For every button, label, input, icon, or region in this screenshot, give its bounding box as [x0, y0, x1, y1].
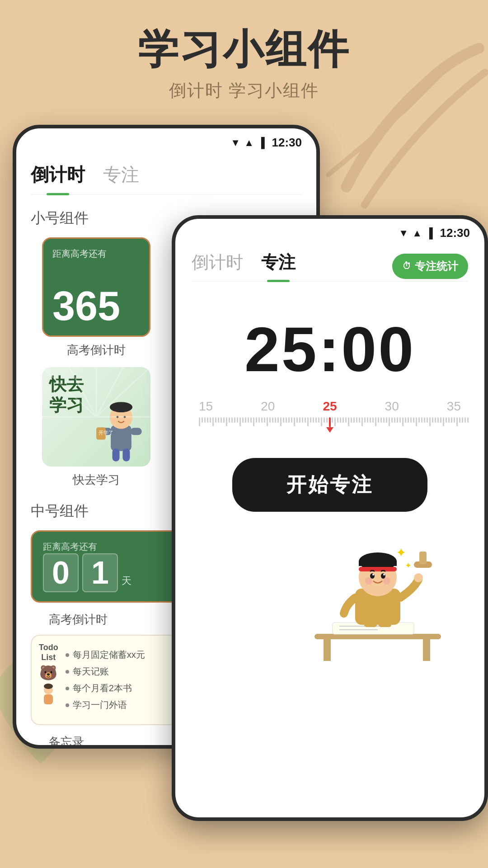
wifi-icon: ▼: [230, 137, 240, 149]
ruler-label-25: 25: [323, 399, 337, 414]
widget-item-study: 快去 学习: [31, 367, 162, 488]
ruler-label-20: 20: [261, 399, 275, 414]
focus-character-svg: ✦ ✦: [305, 534, 450, 661]
widget-green-365[interactable]: 距离高考还有 365: [42, 237, 150, 337]
svg-line-14: [96, 367, 123, 417]
svg-line-15: [96, 367, 150, 417]
todo-left: TodoList 🐻: [39, 643, 58, 717]
svg-point-32: [44, 684, 53, 689]
focus-stats-button[interactable]: ⏱ 专注统计: [392, 254, 468, 279]
app-title: 学习小组件: [0, 27, 488, 72]
ruler-label-35: 35: [447, 399, 461, 414]
widget-caption-todo: 备忘录: [31, 734, 84, 749]
svg-rect-59: [379, 623, 391, 627]
svg-rect-45: [359, 561, 397, 566]
battery-icon-front: ▐: [426, 227, 433, 239]
todo-dot-4: [66, 703, 69, 707]
status-icons-back: ▼ ▲ ▐ 12:30: [230, 136, 302, 150]
svg-line-11: [42, 367, 96, 417]
tab-countdown-front[interactable]: 倒计时: [192, 251, 243, 281]
app-header: 学习小组件 倒计时 学习小组件: [0, 0, 488, 116]
svg-point-51: [365, 577, 372, 585]
ruler-line: [329, 417, 331, 427]
widget-study-char[interactable]: 快去 学习: [42, 367, 150, 467]
digit-0: 0: [43, 553, 79, 592]
front-phone-content: 倒计时 专注 ⏱ 专注统计 25:00 15 20 25: [175, 244, 484, 661]
character-area: ✦ ✦: [192, 525, 468, 661]
digit-1: 1: [82, 553, 118, 592]
widget-green-label: 距离高考还有: [52, 248, 140, 260]
todo-girl-icon: [39, 683, 57, 706]
svg-text:✦: ✦: [396, 546, 406, 560]
svg-rect-46: [359, 567, 397, 571]
tab-countdown-back[interactable]: 倒计时: [31, 162, 85, 194]
status-time-back: 12:30: [272, 136, 302, 150]
svg-rect-36: [314, 634, 441, 639]
widget-caption-study: 快去学习: [73, 472, 120, 488]
tab-focus-back[interactable]: 专注: [103, 162, 139, 194]
tab-focus-front[interactable]: 专注: [261, 251, 296, 281]
svg-point-50: [383, 574, 385, 576]
svg-rect-38: [423, 639, 430, 661]
svg-rect-37: [324, 639, 331, 661]
start-btn-container: 开始专注: [192, 449, 468, 525]
timer-number: 25:00: [192, 318, 468, 381]
timer-display: 25:00: [192, 300, 468, 395]
ruler-track[interactable]: [199, 417, 461, 435]
widget-green-number: 365: [52, 286, 140, 326]
todo-dot-1: [66, 653, 69, 657]
start-focus-button[interactable]: 开始专注: [232, 458, 427, 512]
status-time-front: 12:30: [440, 226, 470, 240]
ruler-labels: 15 20 25 30 35: [199, 399, 461, 414]
todo-title: TodoList: [39, 643, 58, 662]
svg-line-12: [69, 367, 96, 417]
tab-bar-front: 倒计时 专注 ⏱ 专注统计: [192, 244, 468, 282]
timer-ruler[interactable]: 15 20 25 30 35: [192, 395, 468, 449]
widget-caption-med-countdown: 高考倒计时: [31, 612, 108, 627]
phones-container: ▼ ▲ ▐ 12:30 倒计时 专注 小号组件: [0, 125, 488, 794]
svg-rect-31: [44, 694, 53, 704]
signal-icon: ▲: [244, 137, 254, 149]
battery-icon: ▐: [258, 137, 265, 149]
digit-unit: 天: [122, 574, 131, 588]
ruler-indicator: [326, 417, 333, 433]
clock-icon: ⏱: [402, 261, 411, 271]
svg-point-52: [383, 577, 390, 585]
svg-point-53: [414, 573, 423, 582]
wifi-icon-front: ▼: [399, 227, 408, 239]
ruler-label-30: 30: [385, 399, 399, 414]
todo-bear-icon: 🐻: [39, 664, 57, 681]
widget-caption-gaokao1: 高考倒计时: [67, 342, 126, 358]
status-bar-back: ▼ ▲ ▐ 12:30: [16, 128, 316, 153]
todo-dot-3: [66, 687, 69, 690]
svg-text:✦: ✦: [405, 561, 412, 570]
phone-front: ▼ ▲ ▐ 12:30 倒计时 专注 ⏱ 专注统计: [172, 215, 488, 821]
ruler-arrow: [326, 427, 333, 433]
widget-item-gaokao1: 距离高考还有 365 高考倒计时: [31, 237, 162, 358]
tab-bar-back: 倒计时 专注: [31, 153, 302, 195]
signal-icon-front: ▲: [412, 227, 422, 239]
status-bar-front: ▼ ▲ ▐ 12:30: [175, 219, 484, 244]
svg-rect-58: [364, 623, 377, 627]
svg-point-49: [372, 574, 374, 576]
status-icons-front: ▼ ▲ ▐ 12:30: [399, 226, 470, 240]
app-subtitle: 倒计时 学习小组件: [0, 79, 488, 102]
svg-rect-55: [419, 552, 427, 564]
sunburst: [42, 367, 150, 467]
todo-dot-2: [66, 670, 69, 674]
ruler-label-15: 15: [199, 399, 213, 414]
